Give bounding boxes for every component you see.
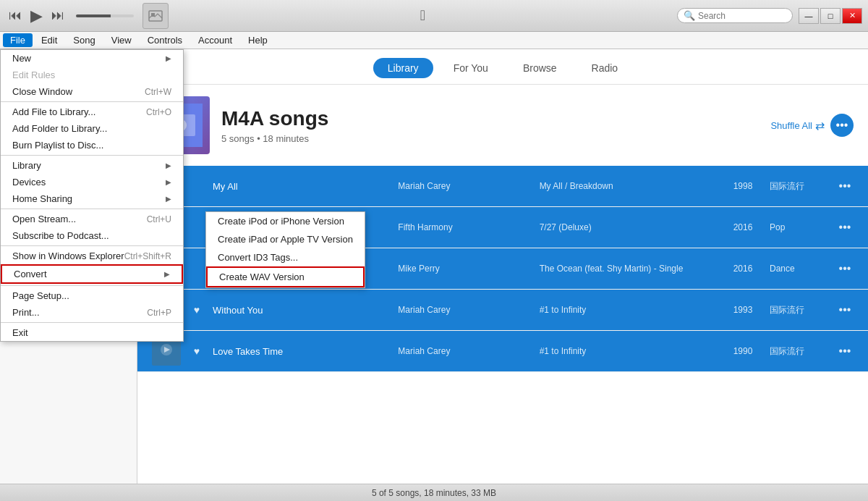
heart-icon[interactable]: ♥ (190, 304, 204, 316)
menu-edit-rules: Edit Rules (1, 67, 183, 83)
search-input[interactable] (698, 11, 785, 21)
artwork-button[interactable] (142, 3, 169, 29)
menu-bar: File Edit Song View Controls Account Hel… (0, 32, 868, 49)
song-album: #1 to Infinity (540, 346, 716, 356)
song-album: #1 to Infinity (540, 305, 716, 315)
menu-home-sharing[interactable]: Home Sharing▶ (1, 190, 183, 207)
maximize-button[interactable]: □ (820, 8, 841, 24)
menu-print[interactable]: Print...Ctrl+P (1, 304, 183, 321)
song-genre: Pop (770, 222, 827, 232)
menu-add-file[interactable]: Add File to Library...Ctrl+O (1, 104, 183, 120)
song-album: 7/27 (Deluxe) (540, 222, 716, 232)
shuffle-icon: ⇄ (815, 119, 825, 132)
song-year: 1993 (725, 305, 761, 315)
song-more-button[interactable]: ••• (836, 180, 854, 193)
apple-logo:  (174, 7, 671, 24)
convert-ipod[interactable]: Create iPod or iPhone Version (206, 212, 365, 230)
menu-subscribe-podcast[interactable]: Subscribe to Podcast... (1, 227, 183, 244)
tab-browse[interactable]: Browse (509, 58, 571, 78)
song-year: 1990 (725, 346, 761, 356)
top-nav: Library For You Browse Radio (137, 49, 868, 85)
sep1 (1, 101, 183, 102)
prev-button[interactable]: ⏮ (6, 7, 25, 25)
song-artist: Mariah Carey (398, 181, 530, 191)
song-year: 2016 (725, 222, 761, 232)
song-name: Love Takes Time (213, 346, 389, 357)
song-genre: Dance (770, 264, 827, 274)
menu-add-folder[interactable]: Add Folder to Library... (1, 120, 183, 137)
shuffle-label: Shuffle All (770, 120, 812, 131)
tab-library[interactable]: Library (373, 58, 433, 78)
tab-for-you[interactable]: For You (439, 58, 503, 78)
heart-icon[interactable]: ♥ (190, 345, 204, 357)
menu-account[interactable]: Account (191, 33, 239, 47)
close-button[interactable]: ✕ (842, 8, 862, 24)
song-album: The Ocean (feat. Shy Martin) - Single (540, 264, 716, 274)
song-artist: Mariah Carey (398, 346, 530, 356)
more-button[interactable]: ••• (830, 114, 854, 137)
table-row[interactable]: My AllMariah CareyMy All / Breakdown1998… (137, 166, 868, 207)
playlist-header: M4A songs 5 songs • 18 minutes Shuffle A… (137, 85, 868, 166)
table-row[interactable]: ♥Love Takes TimeMariah Carey#1 to Infini… (137, 331, 868, 372)
transport-controls: ⏮ ▶ ⏭ (6, 5, 67, 27)
menu-exit[interactable]: Exit (1, 324, 183, 341)
tab-radio[interactable]: Radio (577, 58, 633, 78)
song-artist: Fifth Harmony (398, 222, 530, 232)
song-genre: 国际流行 (770, 180, 827, 193)
menu-new[interactable]: New▶ (1, 50, 183, 67)
minimize-button[interactable]: — (799, 8, 819, 24)
song-name: My All (213, 181, 389, 192)
song-genre: 国际流行 (770, 345, 827, 358)
window-controls: — □ ✕ (799, 8, 862, 24)
song-genre: 国际流行 (770, 304, 827, 316)
playlist-actions: Shuffle All ⇄ ••• (770, 114, 854, 137)
menu-library[interactable]: Library▶ (1, 157, 183, 174)
playlist-info: M4A songs 5 songs • 18 minutes (221, 107, 759, 144)
song-name: Without You (213, 305, 389, 316)
menu-convert[interactable]: Convert▶ (1, 264, 183, 284)
sep6 (1, 322, 183, 323)
playlist-title: M4A songs (221, 107, 759, 130)
song-more-button[interactable]: ••• (836, 303, 854, 316)
menu-edit[interactable]: Edit (34, 33, 64, 47)
menu-song[interactable]: Song (66, 33, 102, 47)
status-bar: 5 of 5 songs, 18 minutes, 33 MB (0, 484, 868, 501)
song-more-button[interactable]: ••• (836, 221, 854, 234)
song-artist: Mariah Carey (398, 305, 530, 315)
sep4 (1, 245, 183, 246)
song-artist: Mike Perry (398, 264, 530, 274)
song-more-button[interactable]: ••• (836, 262, 854, 275)
convert-wav[interactable]: Create WAV Version (206, 266, 365, 287)
menu-help[interactable]: Help (241, 33, 275, 47)
shuffle-button[interactable]: Shuffle All ⇄ (770, 119, 825, 132)
song-more-button[interactable]: ••• (836, 345, 854, 358)
play-button[interactable]: ▶ (27, 5, 46, 27)
convert-id3[interactable]: Convert ID3 Tags... (206, 248, 365, 266)
song-year: 1998 (725, 181, 761, 191)
menu-open-stream[interactable]: Open Stream...Ctrl+U (1, 211, 183, 227)
sep3 (1, 209, 183, 209)
song-year: 2016 (725, 264, 761, 274)
next-button[interactable]: ⏭ (48, 7, 67, 25)
menu-file[interactable]: File (3, 33, 33, 47)
menu-burn-playlist[interactable]: Burn Playlist to Disc... (1, 137, 183, 153)
convert-ipad[interactable]: Create iPad or Apple TV Version (206, 230, 365, 248)
menu-show-explorer[interactable]: Show in Windows ExplorerCtrl+Shift+R (1, 248, 183, 264)
menu-close-window[interactable]: Close WindowCtrl+W (1, 83, 183, 100)
file-dropdown: New▶ Edit Rules Close WindowCtrl+W Add F… (0, 49, 184, 342)
title-bar: ⏮ ▶ ⏭  🔍 — □ ✕ (0, 0, 868, 32)
menu-page-setup[interactable]: Page Setup... (1, 287, 183, 304)
sep5 (1, 285, 183, 286)
volume-slider[interactable] (76, 14, 134, 17)
convert-submenu: Create iPod or iPhone Version Create iPa… (205, 211, 365, 288)
menu-view[interactable]: View (104, 33, 139, 47)
search-box[interactable]: 🔍 (677, 8, 793, 23)
search-icon: 🔍 (684, 10, 695, 21)
playlist-meta: 5 songs • 18 minutes (221, 133, 759, 144)
song-album: My All / Breakdown (540, 181, 716, 191)
sep2 (1, 155, 183, 156)
menu-devices[interactable]: Devices▶ (1, 174, 183, 190)
table-row[interactable]: ♥Without YouMariah Carey#1 to Infinity19… (137, 290, 868, 331)
status-text: 5 of 5 songs, 18 minutes, 33 MB (372, 488, 496, 498)
menu-controls[interactable]: Controls (140, 33, 190, 47)
